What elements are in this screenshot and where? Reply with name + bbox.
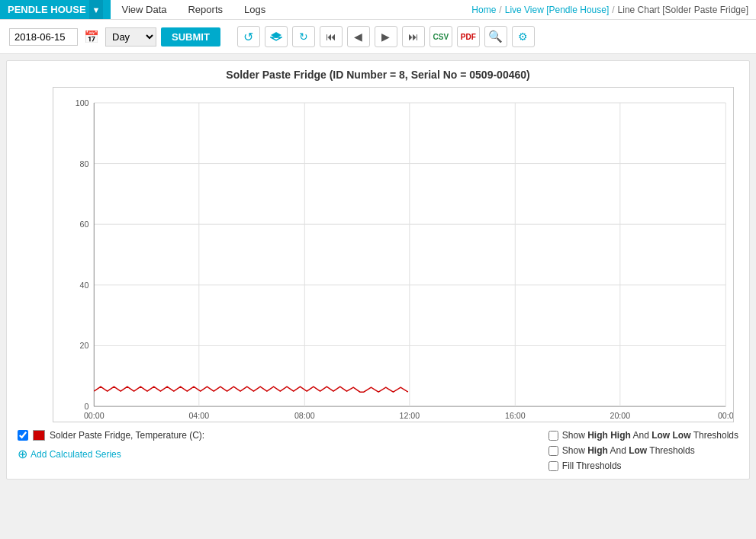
- toolbar: 📅 Day Week Month SUBMIT ↺ ↻ ⏮ ◀ ▶ ⏭ CSV …: [0, 20, 756, 54]
- breadcrumb: Home / Live View [Pendle House] / Line C…: [471, 5, 756, 15]
- svg-text:20: 20: [80, 341, 89, 350]
- threshold-high-low-label: Show High And Low Thresholds: [562, 445, 695, 456]
- series-label: Solder Paste Fridge, Temperature (C):: [50, 430, 204, 441]
- svg-marker-1: [271, 37, 281, 40]
- brand: PENDLE HOUSE ▼: [0, 0, 111, 19]
- svg-rect-2: [53, 88, 733, 422]
- nav-logs[interactable]: Logs: [233, 0, 276, 19]
- refresh-button[interactable]: ↻: [292, 26, 315, 47]
- legend-right: Show High High And Low Low Thresholds Sh…: [549, 430, 738, 471]
- calendar-icon[interactable]: 📅: [82, 28, 101, 46]
- legend-left: Solder Paste Fridge, Temperature (C): ⊕ …: [18, 430, 549, 461]
- date-input[interactable]: [9, 28, 78, 46]
- back-button[interactable]: ↺: [237, 26, 260, 47]
- period-select[interactable]: Day Week Month: [105, 27, 156, 47]
- svg-text:80: 80: [80, 159, 89, 168]
- chart-container: 0 20 40 60 80 100 00:00 04:00 08:00 12:0…: [53, 87, 734, 422]
- content-area: Solder Paste Fridge (ID Number = 8, Seri…: [6, 60, 750, 480]
- threshold-fill: Fill Thresholds: [549, 460, 738, 471]
- add-series-label: Add Calculated Series: [31, 449, 121, 460]
- breadcrumb-current: Line Chart [Solder Paste Fridge]: [618, 5, 748, 15]
- chart-svg: 0 20 40 60 80 100 00:00 04:00 08:00 12:0…: [53, 88, 733, 422]
- layers-button[interactable]: [265, 26, 288, 47]
- breadcrumb-live-view[interactable]: Live View [Pendle House]: [505, 5, 610, 15]
- svg-text:04:00: 04:00: [188, 411, 209, 420]
- svg-text:00:00: 00:00: [84, 411, 105, 420]
- add-series-button[interactable]: ⊕ Add Calculated Series: [18, 447, 549, 461]
- series-checkbox[interactable]: [18, 430, 28, 441]
- threshold-high-low: Show High And Low Thresholds: [549, 445, 738, 456]
- header: PENDLE HOUSE ▼ View Data Reports Logs Ho…: [0, 0, 756, 20]
- threshold-fill-checkbox[interactable]: [549, 461, 558, 471]
- first-button[interactable]: ⏮: [320, 26, 343, 47]
- pdf-export-button[interactable]: PDF: [457, 26, 480, 47]
- svg-text:100: 100: [76, 98, 89, 107]
- brand-label: PENDLE HOUSE: [8, 4, 86, 15]
- legend-area: Solder Paste Fridge, Temperature (C): ⊕ …: [14, 430, 742, 471]
- threshold-high-low-checkbox[interactable]: [549, 446, 558, 456]
- chart-options-button[interactable]: ⚙: [512, 26, 535, 47]
- breadcrumb-home[interactable]: Home: [471, 5, 496, 15]
- svg-text:16:00: 16:00: [505, 411, 526, 420]
- nav-reports[interactable]: Reports: [177, 0, 233, 19]
- svg-text:60: 60: [80, 220, 89, 229]
- brand-dropdown[interactable]: ▼: [89, 0, 104, 19]
- add-icon: ⊕: [18, 447, 27, 461]
- legend-series-item: Solder Paste Fridge, Temperature (C):: [18, 430, 549, 441]
- threshold-high-high-label: Show High High And Low Low Thresholds: [562, 430, 738, 441]
- threshold-high-high-checkbox[interactable]: [549, 431, 558, 441]
- breadcrumb-sep-2: /: [612, 5, 614, 15]
- threshold-fill-label: Fill Thresholds: [562, 460, 622, 471]
- svg-text:08:00: 08:00: [294, 411, 315, 420]
- chart-title: Solder Paste Fridge (ID Number = 8, Seri…: [14, 69, 742, 81]
- zoom-button[interactable]: 🔍: [484, 26, 507, 47]
- svg-text:0: 0: [85, 402, 89, 411]
- series-color-box: [33, 430, 45, 441]
- svg-text:12:00: 12:00: [399, 411, 420, 420]
- submit-button[interactable]: SUBMIT: [161, 27, 220, 47]
- nav-view-data[interactable]: View Data: [111, 0, 177, 19]
- next-button[interactable]: ⏭: [402, 26, 425, 47]
- svg-text:00:0: 00:0: [718, 411, 733, 420]
- breadcrumb-sep-1: /: [499, 5, 501, 15]
- play-button[interactable]: ▶: [375, 26, 397, 47]
- threshold-high-high: Show High High And Low Low Thresholds: [549, 430, 738, 441]
- svg-text:20:00: 20:00: [610, 411, 630, 420]
- chart-wrapper: Temperature (C): [53, 87, 734, 422]
- prev-button[interactable]: ◀: [347, 26, 370, 47]
- svg-text:40: 40: [80, 281, 89, 290]
- csv-export-button[interactable]: CSV: [429, 26, 452, 47]
